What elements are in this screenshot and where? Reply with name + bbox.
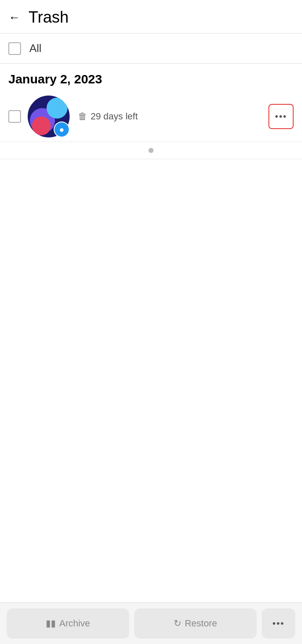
restore-button[interactable]: ↻ Restore (134, 608, 257, 639)
bottom-toolbar: ▮▮ Archive ↻ Restore ••• (0, 602, 302, 644)
back-button[interactable]: ← (8, 11, 20, 24)
avatar-user-badge: ● (54, 122, 70, 137)
restore-icon: ↻ (174, 618, 181, 629)
avatar-blob (47, 98, 68, 119)
archive-icon: ▮▮ (46, 618, 56, 629)
user-icon: ● (59, 125, 64, 134)
date-section: January 2, 2023 (0, 64, 302, 91)
header: ← Trash (0, 0, 302, 34)
days-left-label: 29 days left (91, 111, 138, 122)
toolbar-more-icon: ••• (272, 618, 284, 629)
archive-label: Archive (59, 618, 90, 629)
select-all-row: All (0, 34, 302, 64)
scroll-dot (148, 148, 154, 153)
more-dots-icon: ••• (275, 111, 287, 122)
toolbar-more-button[interactable]: ••• (262, 608, 295, 639)
restore-label: Restore (185, 618, 217, 629)
select-all-checkbox[interactable] (8, 42, 21, 55)
item-checkbox[interactable] (8, 110, 21, 123)
list-item: ● 🗑 29 days left ••• (0, 91, 302, 142)
archive-button[interactable]: ▮▮ Archive (7, 608, 129, 639)
avatar: ● (28, 96, 70, 137)
trash-icon: 🗑 (78, 111, 87, 122)
date-label: January 2, 2023 (8, 72, 102, 86)
page-title: Trash (29, 8, 69, 26)
more-options-button[interactable]: ••• (268, 104, 294, 129)
trash-info: 🗑 29 days left (78, 111, 268, 122)
scroll-indicator (0, 142, 302, 159)
select-all-label: All (29, 42, 42, 55)
